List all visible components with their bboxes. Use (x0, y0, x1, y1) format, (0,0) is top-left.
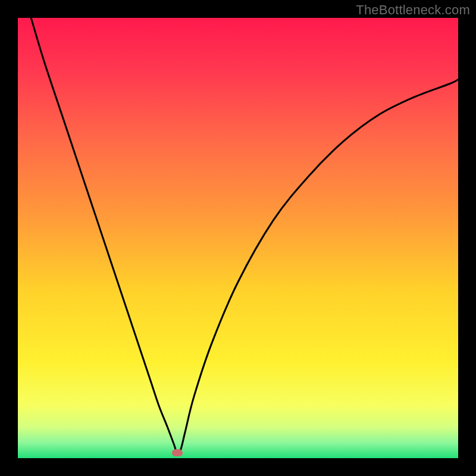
watermark-text: TheBottleneck.com (356, 2, 470, 18)
bottleneck-curve (18, 18, 458, 458)
plot-area (18, 18, 458, 458)
chart-frame: TheBottleneck.com (0, 0, 476, 476)
optimal-point-marker (172, 449, 183, 456)
